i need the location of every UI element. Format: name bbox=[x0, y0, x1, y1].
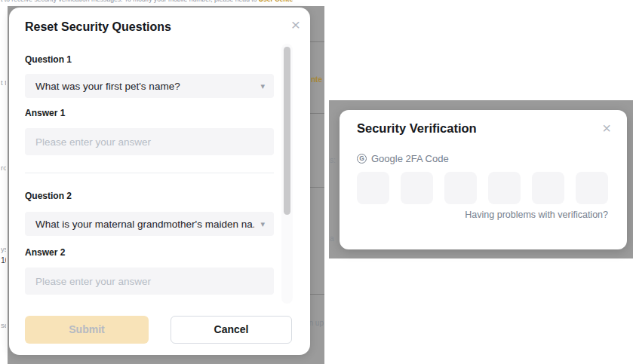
2fa-code-box[interactable] bbox=[401, 172, 433, 204]
chevron-down-icon: ▾ bbox=[260, 219, 265, 229]
google-2fa-label-row: G Google 2FA Code bbox=[357, 153, 449, 164]
page-background-text-body: t to receive security verification messa… bbox=[1, 0, 259, 3]
modal-title: Reset Security Questions bbox=[25, 20, 171, 34]
2fa-code-box[interactable] bbox=[576, 172, 608, 204]
dimmed-page-text-fragment: a bbox=[330, 234, 336, 243]
verification-help-link[interactable]: Having problems with verification? bbox=[465, 210, 608, 220]
cancel-button[interactable]: Cancel bbox=[171, 316, 292, 344]
page-edge-fragment: 10 bbox=[1, 255, 6, 265]
page-edge-fragment: t t bbox=[1, 78, 6, 87]
answer-2-label: Answer 2 bbox=[25, 247, 65, 258]
question-2-select[interactable]: What is your maternal grandmother's maid… bbox=[25, 212, 274, 236]
modal-scrollbar-thumb[interactable] bbox=[284, 47, 290, 215]
dimmed-page-text-fragment: n up bbox=[309, 319, 324, 327]
question-2-label: Question 2 bbox=[25, 191, 72, 201]
google-2fa-label: Google 2FA Code bbox=[371, 153, 449, 164]
page-edge-fragment: se bbox=[1, 321, 6, 329]
submit-button[interactable]: Submit bbox=[25, 316, 149, 344]
question-1-label: Question 1 bbox=[25, 54, 72, 65]
2fa-code-box[interactable] bbox=[488, 172, 521, 204]
dimmed-page-divider bbox=[309, 113, 324, 114]
page-background-text: t to receive security verification messa… bbox=[1, 0, 324, 3]
user-center-link[interactable]: User Cente bbox=[259, 0, 293, 3]
dimmed-user-center-link-fragment: nte bbox=[311, 75, 322, 84]
answer-1-input[interactable] bbox=[25, 128, 274, 155]
close-icon[interactable]: × bbox=[291, 17, 300, 32]
dimmed-page-divider bbox=[309, 294, 324, 295]
google-authenticator-icon: G bbox=[357, 154, 367, 164]
close-icon[interactable]: × bbox=[602, 121, 611, 136]
page-edge-fragment: ro bbox=[1, 164, 6, 172]
dimmed-page-divider bbox=[309, 187, 324, 188]
dimmed-page-divider bbox=[309, 41, 324, 42]
dimmed-page-text-fragment: s: bbox=[330, 156, 336, 164]
answer-1-label: Answer 1 bbox=[25, 108, 65, 118]
modal-scrollbar-track[interactable] bbox=[281, 44, 293, 304]
answer-2-input[interactable] bbox=[25, 268, 274, 295]
reset-questions-screen: t to receive security verification messa… bbox=[0, 0, 324, 364]
2fa-code-box[interactable] bbox=[357, 172, 389, 204]
section-divider bbox=[25, 173, 274, 173]
2fa-code-box[interactable] bbox=[532, 172, 564, 204]
security-verification-modal: Security Verification × G Google 2FA Cod… bbox=[340, 110, 627, 249]
2fa-code-inputs bbox=[357, 172, 608, 204]
question-1-value: What was your first pet's name? bbox=[35, 81, 254, 92]
modal-title: Security Verification bbox=[357, 121, 477, 136]
page-edge-fragment: ys bbox=[1, 245, 6, 253]
chevron-down-icon: ▾ bbox=[260, 81, 265, 91]
question-2-value: What is your maternal grandmother's maid… bbox=[35, 219, 254, 230]
reset-security-questions-modal: Reset Security Questions × Question 1 Wh… bbox=[9, 8, 310, 355]
2fa-code-box[interactable] bbox=[444, 172, 477, 204]
question-1-select[interactable]: What was your first pet's name? ▾ bbox=[25, 74, 274, 98]
